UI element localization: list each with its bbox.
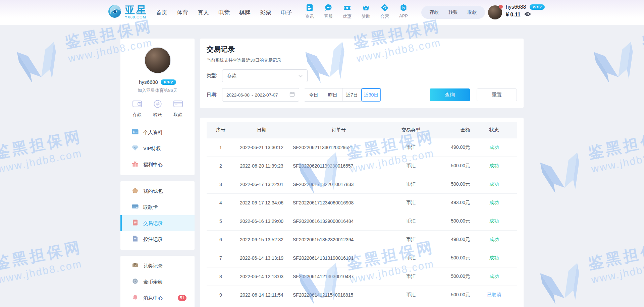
nav-item[interactable]: 真人 (198, 9, 209, 16)
sidebar-item-label: 消息中心 (143, 295, 163, 301)
type-select[interactable]: 存款 (222, 69, 308, 82)
sidebar-item-wallet[interactable]: 我的钱包 (120, 183, 195, 199)
quick-link-promo[interactable]: 优惠 (341, 3, 353, 19)
cell-order-number: SF202206141213030010487 (288, 274, 389, 279)
records-table-panel: 序号 日期 订单号 交易类型 金额 状态 1 2022-06-21 13:30:… (200, 118, 524, 307)
message-count-badge: 51 (178, 295, 186, 301)
cell-status: 成功 (471, 255, 517, 261)
sidebar-item-vip[interactable]: VIP特权 (120, 140, 195, 157)
sidebar-item-redeem-records[interactable]: 兑奖记录 (120, 258, 195, 274)
id-card-icon (132, 129, 139, 136)
sidebar-item-message-center[interactable]: 消息中心 51 (120, 290, 195, 306)
username: hys6688 (506, 4, 526, 10)
date-range-value: 2022-06-08 ~ 2022-07-07 (226, 93, 289, 98)
profile-avatar[interactable] (144, 47, 171, 74)
eye-icon[interactable] (524, 11, 531, 18)
app-hexagon-icon: b (399, 3, 408, 12)
wallet-action[interactable]: 存款 (429, 9, 439, 15)
quick-range-option[interactable]: 今日 (304, 88, 323, 101)
quick-range-option[interactable]: 近30日 (362, 88, 381, 101)
quick-action-label: 取款 (174, 112, 182, 118)
cell-type: 币汇 (389, 255, 433, 261)
date-range-input[interactable]: 2022-06-08 ~ 2022-07-07 (222, 88, 299, 102)
cell-no: 1 (207, 145, 235, 150)
user-info: hys6688 VIP2 ¥ 0.11 (506, 4, 545, 18)
sidebar-item-welfare[interactable]: 福利中心 (120, 157, 195, 173)
cell-no: 6 (207, 237, 235, 242)
sidebar-item-coin-balance[interactable]: 金币余额 (120, 274, 195, 290)
quick-action-transfer[interactable]: 转账 (153, 100, 162, 118)
bet-doc-icon (132, 236, 139, 243)
nav-item[interactable]: 电竞 (218, 9, 230, 16)
wallet-action[interactable]: 取款 (468, 9, 477, 15)
filter-buttons: 查询 重置 (430, 88, 517, 101)
watermark-url: www.jhdb8.com (590, 146, 644, 175)
watermark-tile: 鉴黑担保网www.jhdb8.com (0, 230, 122, 307)
piggy-bank-icon (132, 187, 139, 195)
sidebar-item-profile[interactable]: 个人资料 (120, 124, 195, 140)
sidebar-item-label: 金币余额 (143, 279, 163, 285)
column-header-amount: 金额 (433, 127, 471, 133)
table-row: 1 2022-06-21 13:30:12 SF2022062113301200… (207, 138, 517, 157)
watermark-url: www.jhdb8.com (590, 257, 644, 286)
sidebar-item-label: VIP特权 (143, 145, 161, 152)
quick-link-sponsor[interactable]: 赞助 (360, 3, 372, 19)
profile-username: hys6688 (139, 79, 158, 85)
user-avatar[interactable] (488, 5, 502, 19)
profile-joined-days: 加入亚星体育第86天 (138, 87, 177, 94)
quick-link-partner[interactable]: 合营 (379, 3, 391, 19)
sidebar-item-withdraw-card[interactable]: 取款卡 (120, 199, 195, 215)
cell-order-number: SF202206141211540018815 (288, 292, 389, 298)
reset-button[interactable]: 重置 (477, 88, 517, 101)
cell-no: 2 (207, 163, 235, 169)
wallet-action[interactable]: 转账 (448, 9, 458, 15)
cell-amount: 500.00元 (433, 218, 471, 224)
site-logo[interactable]: 亚星 YX88.COM (107, 4, 148, 20)
nav-item[interactable]: 彩票 (260, 9, 271, 16)
cell-no: 5 (207, 219, 235, 224)
quick-link-news[interactable]: 资讯 (304, 3, 316, 19)
nav-item[interactable]: 电子 (281, 9, 292, 16)
sidebar-item-bet-records[interactable]: 投注记录 (120, 231, 195, 247)
sidebar-menu-group-3: 兑奖记录 金币余额 消息中心 51 (120, 256, 195, 307)
search-button[interactable]: 查询 (430, 88, 470, 101)
quick-link-app[interactable]: b APP (397, 3, 410, 19)
cell-status: 成功 (471, 273, 517, 280)
date-filter-row: 日期: 2022-06-08 ~ 2022-07-07 今日昨日近7日近30日 … (207, 88, 517, 102)
crown-icon (362, 3, 370, 12)
medal-icon (132, 262, 139, 269)
wallet-icon (132, 100, 142, 110)
nav-item[interactable]: 体育 (177, 9, 188, 16)
watermark-brand: 鉴黑担保网 (0, 237, 84, 274)
column-header-date: 日期 (235, 127, 288, 133)
cell-status: 成功 (471, 163, 517, 169)
cell-status: 成功 (471, 181, 517, 187)
transfer-icon (153, 100, 162, 110)
sidebar: hys6688 VIP2 加入亚星体育第86天 存款 转账 (120, 39, 195, 307)
nav-item[interactable]: 首页 (156, 9, 167, 16)
sidebar-item-transaction-records[interactable]: 交易记录 (120, 215, 195, 231)
wallet-actions-pill: 存款转账取款 (421, 6, 485, 19)
sidebar-item-label: 投注记录 (143, 236, 163, 243)
cell-order-number: SF202206161329000016484 (288, 219, 389, 224)
quick-link-label: 资讯 (305, 13, 314, 19)
cell-amount: 500.00元 (433, 273, 471, 280)
vip-diamond-icon (132, 145, 139, 152)
quick-action-deposit[interactable]: 存款 (132, 100, 142, 118)
news-icon (305, 3, 314, 12)
cell-order-number: SF202206171234060016908 (288, 200, 389, 205)
logo-name: 亚星 (125, 5, 148, 15)
nav-item[interactable]: 棋牌 (239, 9, 251, 16)
bank-card-icon (173, 100, 183, 110)
top-header: 亚星 YX88.COM 首页体育真人电竞棋牌彩票电子 资讯 客服 优惠 (0, 0, 644, 25)
chevron-down-icon (299, 73, 303, 79)
watermark-tile: 鉴黑担保网www.jhdb8.com (532, 230, 644, 307)
quick-action-withdraw[interactable]: 取款 (173, 100, 183, 118)
quick-range-option[interactable]: 近7日 (342, 88, 362, 101)
quick-link-support[interactable]: 客服 (322, 3, 334, 19)
cell-status: 成功 (471, 218, 517, 224)
quick-range-option[interactable]: 昨日 (323, 88, 342, 101)
logo-text: 亚星 YX88.COM (125, 5, 148, 19)
table-row: 5 2022-06-16 13:29:00 SF2022061613290000… (207, 212, 517, 231)
cell-type: 币汇 (389, 237, 433, 243)
